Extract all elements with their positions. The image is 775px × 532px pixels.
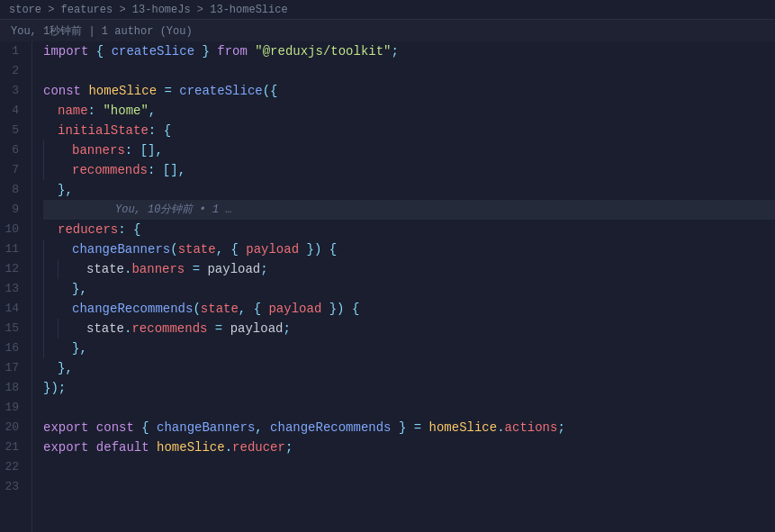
breadcrumb: store > features > 13-homeJs > 13-homeSl…	[0, 0, 775, 20]
code-line: changeRecommends(state, { payload }) {	[43, 299, 775, 319]
code-line: recommends: [],	[43, 160, 775, 180]
code-line: },	[43, 358, 775, 378]
code-line: },	[43, 180, 775, 200]
code-line: });	[43, 378, 775, 398]
code-line	[43, 61, 775, 81]
code-line	[43, 457, 775, 477]
code-line: initialState: {	[43, 121, 775, 140]
code-line: export default homeSlice.reducer;	[43, 437, 775, 457]
git-info: You, 1秒钟前 | 1 author (You)	[0, 20, 775, 41]
code-line: name: "home",	[43, 101, 775, 121]
code-line: import { createSlice } from "@reduxjs/to…	[43, 41, 775, 61]
code-area: 1 2 3 4 5 6 7 8 9 10 11 12 13 14 15 16 1…	[0, 41, 775, 532]
code-line	[43, 398, 775, 418]
code-line: const homeSlice = createSlice({	[43, 81, 775, 101]
code-line: banners: [],	[43, 140, 775, 160]
editor-container: store > features > 13-homeJs > 13-homeSl…	[0, 0, 775, 532]
code-line: state.banners = payload;	[43, 259, 775, 279]
blame-line: You, 10分钟前 • 1 …	[43, 200, 775, 220]
code-line: export const { changeBanners, changeReco…	[43, 418, 775, 437]
git-author: You, 1秒钟前 | 1 author (You)	[11, 23, 193, 39]
code-line: reducers: {	[43, 220, 775, 239]
code-line: state.recommends = payload;	[43, 319, 775, 338]
code-line: changeBanners(state, { payload }) {	[43, 239, 775, 259]
code-line: },	[43, 338, 775, 358]
code-content: import { createSlice } from "@reduxjs/to…	[32, 41, 775, 532]
code-line	[43, 477, 775, 497]
code-line: },	[43, 279, 775, 299]
line-numbers: 1 2 3 4 5 6 7 8 9 10 11 12 13 14 15 16 1…	[0, 41, 32, 532]
